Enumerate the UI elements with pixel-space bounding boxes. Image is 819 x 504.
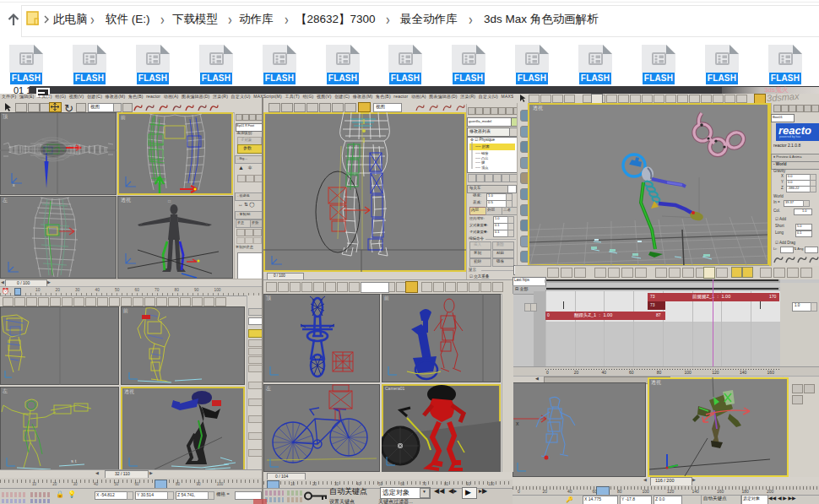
svg-text:x: x [516,420,519,426]
svg-text:□: □ [168,198,171,203]
svg-text:s t: s t [71,458,77,463]
